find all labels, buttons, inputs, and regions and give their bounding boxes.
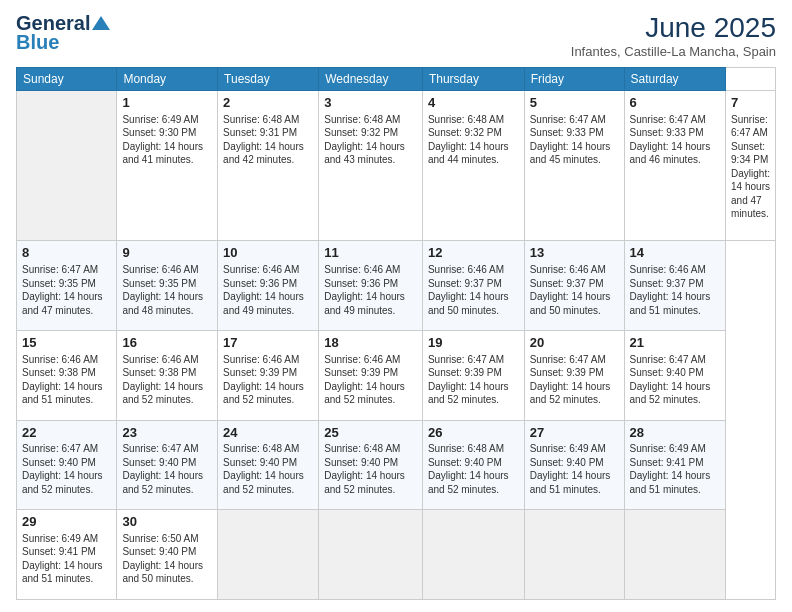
sunrise-text: Sunrise: 6:47 AM [22,443,98,454]
day-cell-21: 21Sunrise: 6:47 AMSunset: 9:40 PMDayligh… [624,331,725,421]
week-row-1: 1Sunrise: 6:49 AMSunset: 9:30 PMDaylight… [17,91,776,241]
daylight-text: Daylight: 14 hours and 45 minutes. [530,141,611,166]
day-number: 19 [428,334,519,352]
day-number: 27 [530,424,619,442]
day-number: 6 [630,94,720,112]
sunrise-text: Sunrise: 6:47 AM [428,354,504,365]
sunset-text: Sunset: 9:39 PM [324,367,398,378]
sunrise-text: Sunrise: 6:48 AM [324,114,400,125]
sunrise-text: Sunrise: 6:47 AM [630,354,706,365]
day-number: 14 [630,244,720,262]
daylight-text: Daylight: 14 hours and 51 minutes. [22,381,103,406]
daylight-text: Daylight: 14 hours and 52 minutes. [324,470,405,495]
daylight-text: Daylight: 14 hours and 50 minutes. [530,291,611,316]
day-cell-14: 14Sunrise: 6:46 AMSunset: 9:37 PMDayligh… [624,241,725,331]
day-number: 7 [731,94,770,112]
day-number: 3 [324,94,417,112]
day-number: 28 [630,424,720,442]
day-cell-5: 5Sunrise: 6:47 AMSunset: 9:33 PMDaylight… [524,91,624,241]
daylight-text: Daylight: 14 hours and 52 minutes. [428,381,509,406]
day-cell-3: 3Sunrise: 6:48 AMSunset: 9:32 PMDaylight… [319,91,423,241]
day-cell-15: 15Sunrise: 6:46 AMSunset: 9:38 PMDayligh… [17,331,117,421]
daylight-text: Daylight: 14 hours and 43 minutes. [324,141,405,166]
week-row-2: 8Sunrise: 6:47 AMSunset: 9:35 PMDaylight… [17,241,776,331]
sunrise-text: Sunrise: 6:47 AM [22,264,98,275]
sunrise-text: Sunrise: 6:48 AM [223,443,299,454]
day-number: 29 [22,513,111,531]
daylight-text: Daylight: 14 hours and 47 minutes. [22,291,103,316]
empty-cell [218,510,319,600]
day-number: 25 [324,424,417,442]
daylight-text: Daylight: 14 hours and 50 minutes. [428,291,509,316]
daylight-text: Daylight: 14 hours and 46 minutes. [630,141,711,166]
day-cell-28: 28Sunrise: 6:49 AMSunset: 9:41 PMDayligh… [624,420,725,510]
day-number: 13 [530,244,619,262]
day-number: 1 [122,94,212,112]
main-title: June 2025 [571,12,776,44]
sunrise-text: Sunrise: 6:46 AM [223,264,299,275]
daylight-text: Daylight: 14 hours and 52 minutes. [223,381,304,406]
sunrise-text: Sunrise: 6:46 AM [530,264,606,275]
day-number: 11 [324,244,417,262]
day-cell-26: 26Sunrise: 6:48 AMSunset: 9:40 PMDayligh… [422,420,524,510]
sunset-text: Sunset: 9:33 PM [530,127,604,138]
day-cell-12: 12Sunrise: 6:46 AMSunset: 9:37 PMDayligh… [422,241,524,331]
sunset-text: Sunset: 9:30 PM [122,127,196,138]
sunset-text: Sunset: 9:38 PM [22,367,96,378]
day-number: 23 [122,424,212,442]
day-cell-22: 22Sunrise: 6:47 AMSunset: 9:40 PMDayligh… [17,420,117,510]
empty-cell [422,510,524,600]
empty-cell [319,510,423,600]
sunrise-text: Sunrise: 6:48 AM [324,443,400,454]
day-number: 30 [122,513,212,531]
sunset-text: Sunset: 9:37 PM [530,278,604,289]
sunrise-text: Sunrise: 6:46 AM [122,354,198,365]
sunset-text: Sunset: 9:36 PM [324,278,398,289]
col-header-saturday: Saturday [624,68,725,91]
day-cell-7: 7Sunrise: 6:47 AMSunset: 9:34 PMDaylight… [726,91,776,241]
daylight-text: Daylight: 14 hours and 52 minutes. [122,470,203,495]
week-row-4: 22Sunrise: 6:47 AMSunset: 9:40 PMDayligh… [17,420,776,510]
daylight-text: Daylight: 14 hours and 47 minutes. [731,168,770,220]
sunset-text: Sunset: 9:37 PM [630,278,704,289]
sunrise-text: Sunrise: 6:46 AM [428,264,504,275]
day-number: 22 [22,424,111,442]
sunrise-text: Sunrise: 6:46 AM [122,264,198,275]
sunrise-text: Sunrise: 6:48 AM [428,443,504,454]
day-cell-16: 16Sunrise: 6:46 AMSunset: 9:38 PMDayligh… [117,331,218,421]
sunset-text: Sunset: 9:35 PM [122,278,196,289]
sunrise-text: Sunrise: 6:46 AM [223,354,299,365]
page: General Blue June 2025 Infantes, Castill… [0,0,792,612]
sunrise-text: Sunrise: 6:47 AM [530,114,606,125]
sunrise-text: Sunrise: 6:48 AM [223,114,299,125]
sunrise-text: Sunrise: 6:47 AM [122,443,198,454]
day-cell-30: 30Sunrise: 6:50 AMSunset: 9:40 PMDayligh… [117,510,218,600]
day-number: 18 [324,334,417,352]
daylight-text: Daylight: 14 hours and 52 minutes. [428,470,509,495]
day-cell-24: 24Sunrise: 6:48 AMSunset: 9:40 PMDayligh… [218,420,319,510]
sunrise-text: Sunrise: 6:46 AM [22,354,98,365]
sunrise-text: Sunrise: 6:48 AM [428,114,504,125]
sunset-text: Sunset: 9:37 PM [428,278,502,289]
sunrise-text: Sunrise: 6:46 AM [324,264,400,275]
sunrise-text: Sunrise: 6:49 AM [22,533,98,544]
sunrise-text: Sunrise: 6:50 AM [122,533,198,544]
daylight-text: Daylight: 14 hours and 51 minutes. [22,560,103,585]
col-header-sunday: Sunday [17,68,117,91]
col-header-wednesday: Wednesday [319,68,423,91]
daylight-text: Daylight: 14 hours and 51 minutes. [530,470,611,495]
day-number: 10 [223,244,313,262]
day-cell-8: 8Sunrise: 6:47 AMSunset: 9:35 PMDaylight… [17,241,117,331]
sunset-text: Sunset: 9:40 PM [428,457,502,468]
empty-cell [17,91,117,241]
week-row-3: 15Sunrise: 6:46 AMSunset: 9:38 PMDayligh… [17,331,776,421]
day-number: 16 [122,334,212,352]
daylight-text: Daylight: 14 hours and 52 minutes. [530,381,611,406]
sunset-text: Sunset: 9:39 PM [428,367,502,378]
daylight-text: Daylight: 14 hours and 52 minutes. [324,381,405,406]
day-cell-10: 10Sunrise: 6:46 AMSunset: 9:36 PMDayligh… [218,241,319,331]
day-number: 2 [223,94,313,112]
day-cell-18: 18Sunrise: 6:46 AMSunset: 9:39 PMDayligh… [319,331,423,421]
daylight-text: Daylight: 14 hours and 51 minutes. [630,470,711,495]
daylight-text: Daylight: 14 hours and 52 minutes. [223,470,304,495]
